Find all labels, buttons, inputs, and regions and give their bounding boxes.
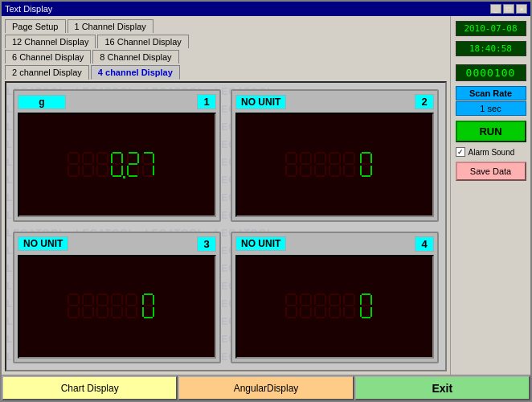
svg-rect-167 [360,307,362,317]
svg-rect-151 [330,305,339,306]
svg-rect-29 [129,152,137,154]
svg-rect-66 [339,166,341,175]
main-content: Page Setup 1 Channel Display 12 Channel … [2,16,530,375]
scan-rate-container: Scan Rate 1 sec [456,86,526,116]
svg-rect-19 [96,166,98,175]
exit-button[interactable]: Exit [354,375,530,400]
svg-rect-161 [343,295,345,305]
svg-rect-67 [330,163,339,165]
svg-rect-51 [310,154,312,163]
channel-3-number: 3 [197,236,216,252]
svg-rect-76 [343,166,345,175]
counter-display: 0000100 [456,64,526,81]
title-bar-text: Text Display [5,4,52,14]
main-window: Text Display _ □ × Page Setup 1 Channel … [0,0,532,402]
svg-rect-47 [287,175,296,177]
svg-rect-112 [111,295,113,305]
svg-rect-45 [296,166,297,175]
svg-rect-65 [339,154,341,163]
svg-rect-3 [69,163,78,165]
svg-rect-113 [127,293,136,295]
svg-rect-162 [362,293,370,295]
svg-rect-92 [84,293,92,295]
svg-rect-99 [98,293,107,295]
run-button[interactable]: RUN [456,121,526,142]
svg-rect-98 [82,295,84,305]
svg-rect-46 [287,163,296,165]
svg-rect-120 [144,293,153,295]
tabs-row2: 12 Channel Display 16 Channel Display [5,35,447,48]
svg-rect-13 [82,154,84,163]
chart-display-button[interactable]: Chart Display [2,375,178,400]
svg-rect-78 [362,152,370,154]
svg-rect-144 [316,305,325,306]
alarm-checkbox[interactable]: ✓ [456,147,465,157]
svg-rect-59 [325,166,326,175]
tab-4channel[interactable]: 4 channel Display [91,65,180,80]
tab-page-setup[interactable]: Page Setup [5,19,66,33]
svg-rect-20 [96,154,98,163]
tab-1channel[interactable]: 1 Channel Display [68,19,153,33]
svg-rect-53 [301,163,310,165]
time-display: 18:40:58 [456,41,526,56]
svg-rect-32 [129,163,137,165]
svg-rect-142 [325,295,326,305]
svg-rect-110 [113,317,121,318]
svg-rect-35 [127,154,129,163]
svg-rect-8 [92,154,94,163]
minimize-button[interactable]: _ [490,4,501,14]
svg-rect-70 [329,154,330,163]
svg-rect-94 [92,307,94,317]
svg-rect-116 [127,305,136,306]
svg-rect-54 [301,175,310,177]
svg-rect-87 [78,307,80,317]
svg-rect-97 [82,307,84,317]
svg-rect-127 [287,293,296,295]
svg-rect-121 [153,295,154,305]
channel-2-led [235,113,434,217]
tab-8channel[interactable]: 8 Channel Display [92,50,178,64]
channel-2-svg [283,150,387,179]
svg-rect-84 [360,154,362,163]
svg-rect-153 [329,307,330,317]
svg-rect-43 [287,152,296,154]
svg-rect-89 [69,317,78,318]
svg-rect-158 [345,305,354,306]
svg-rect-103 [98,317,107,318]
svg-rect-25 [113,175,121,177]
svg-rect-14 [98,152,107,154]
tab-6channel[interactable]: 6 Channel Display [5,50,91,64]
svg-rect-126 [142,295,144,305]
tab-16channel[interactable]: 16 Channel Display [97,35,188,48]
svg-rect-86 [78,295,80,305]
svg-rect-44 [296,154,297,163]
svg-rect-141 [316,293,325,295]
angular-display-button[interactable]: AngularDisplay [178,375,354,400]
maximize-button[interactable]: □ [503,4,514,14]
svg-rect-34 [127,166,129,175]
svg-rect-80 [370,166,372,175]
svg-rect-50 [301,152,310,154]
svg-rect-156 [354,295,355,305]
close-button[interactable]: × [516,4,527,14]
svg-rect-36 [144,152,153,154]
svg-rect-71 [345,152,354,154]
alarm-row: ✓ Alarm Sound [456,147,526,157]
svg-rect-122 [153,307,154,317]
svg-rect-149 [339,295,341,305]
svg-rect-21 [113,152,121,154]
svg-rect-23 [121,166,123,175]
svg-rect-69 [329,166,330,175]
svg-rect-38 [153,166,154,175]
svg-rect-63 [314,154,316,163]
tab-12channel[interactable]: 12 Channel Display [5,35,96,48]
svg-rect-30 [137,154,139,163]
save-data-button[interactable]: Save Data [456,162,526,181]
svg-rect-138 [301,317,310,318]
svg-rect-128 [296,295,297,305]
svg-rect-11 [84,175,92,177]
tab-2channel[interactable]: 2 channel Display [5,65,89,80]
svg-rect-146 [314,307,316,317]
svg-rect-135 [310,295,312,305]
svg-rect-130 [287,305,296,306]
